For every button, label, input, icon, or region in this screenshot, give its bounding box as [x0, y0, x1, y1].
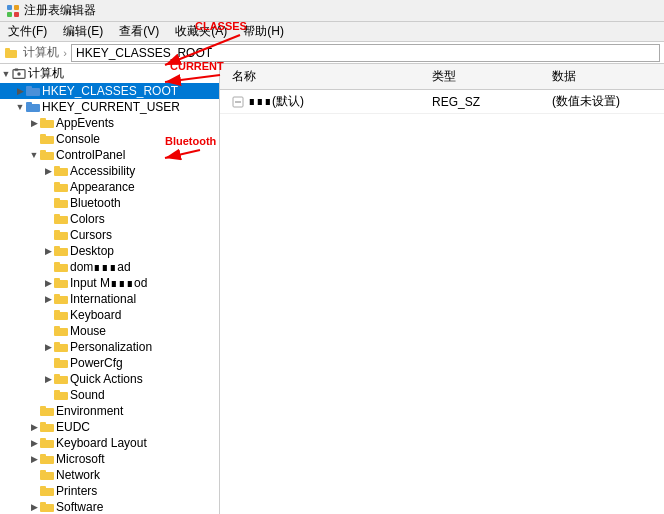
- folder-icon-printers: [40, 485, 54, 497]
- toggle-keyboardlayout[interactable]: [28, 437, 40, 449]
- toggle-desktop[interactable]: [42, 245, 54, 257]
- tree-item-personalization[interactable]: Personalization: [0, 339, 219, 355]
- svg-rect-43: [54, 360, 68, 368]
- tree-item-hkcu[interactable]: HKEY_CURRENT_USER: [0, 99, 219, 115]
- folder-icon-keyboard: [54, 309, 68, 321]
- tree-item-mouse[interactable]: Mouse: [0, 323, 219, 339]
- svg-rect-28: [54, 230, 60, 233]
- toggle-personalization[interactable]: [42, 341, 54, 353]
- tree-item-keyboardlayout[interactable]: Keyboard Layout: [0, 435, 219, 451]
- tree-item-colors[interactable]: Colors: [0, 211, 219, 227]
- tree-label-environment: Environment: [56, 404, 123, 418]
- folder-icon-keyboardlayout: [40, 437, 54, 449]
- toggle-microsoft[interactable]: [28, 453, 40, 465]
- toggle-appevents[interactable]: [28, 117, 40, 129]
- menu-file[interactable]: 文件(F): [0, 21, 55, 42]
- svg-rect-40: [54, 326, 60, 329]
- tree-item-eudc[interactable]: EUDC: [0, 419, 219, 435]
- tree-label-appevents: AppEvents: [56, 116, 114, 130]
- svg-rect-16: [40, 134, 46, 137]
- tree-item-bluetooth[interactable]: Bluetooth: [0, 195, 219, 211]
- tree-item-network[interactable]: Network: [0, 467, 219, 483]
- tree-item-inputmethod[interactable]: Input M∎∎∎od: [0, 275, 219, 291]
- svg-rect-51: [40, 424, 54, 432]
- toggle-software[interactable]: [28, 501, 40, 513]
- tree-label-accessibility: Accessibility: [70, 164, 135, 178]
- tree-item-accessibility[interactable]: Accessibility: [0, 163, 219, 179]
- toggle-quickactions[interactable]: [42, 373, 54, 385]
- tree-label-download: dom∎∎∎ad: [70, 260, 131, 274]
- svg-rect-39: [54, 328, 68, 336]
- svg-rect-55: [40, 456, 54, 464]
- tree-item-powercfg[interactable]: PowerCfg: [0, 355, 219, 371]
- tree-item-printers[interactable]: Printers: [0, 483, 219, 499]
- svg-rect-23: [54, 200, 68, 208]
- tree-label-controlpanel: ControlPanel: [56, 148, 125, 162]
- menu-view[interactable]: 查看(V): [111, 21, 167, 42]
- toggle-accessibility[interactable]: [42, 165, 54, 177]
- toggle-controlpanel[interactable]: [28, 149, 40, 161]
- svg-rect-49: [40, 408, 54, 416]
- tree-item-cursors[interactable]: Cursors: [0, 227, 219, 243]
- tree-item-appearance[interactable]: Appearance: [0, 179, 219, 195]
- svg-rect-1: [14, 5, 19, 10]
- tree-item-sound[interactable]: Sound: [0, 387, 219, 403]
- svg-rect-56: [40, 454, 46, 457]
- tree-item-quickactions[interactable]: Quick Actions: [0, 371, 219, 387]
- folder-icon-inputmethod: [54, 277, 68, 289]
- tree-item-console[interactable]: Console: [0, 131, 219, 147]
- tree-item-computer[interactable]: 计算机: [0, 64, 219, 83]
- tree-item-controlpanel[interactable]: ControlPanel: [0, 147, 219, 163]
- svg-rect-2: [7, 12, 12, 17]
- menu-edit[interactable]: 编辑(E): [55, 21, 111, 42]
- folder-icon-cursors: [54, 229, 68, 241]
- svg-rect-32: [54, 262, 60, 265]
- address-path[interactable]: HKEY_CLASSES_ROOT: [71, 44, 660, 62]
- svg-rect-10: [26, 86, 32, 89]
- menu-help[interactable]: 帮助(H): [235, 21, 292, 42]
- col-header-data: 数据: [544, 66, 660, 87]
- folder-icon-environment: [40, 405, 54, 417]
- tree-pane: 计算机 HKEY_CLASSES_ROOT HKEY_CURRENT_USER …: [0, 64, 220, 514]
- svg-rect-14: [40, 118, 46, 121]
- svg-rect-12: [26, 102, 32, 105]
- menu-favorites[interactable]: 收藏夹(A): [167, 21, 235, 42]
- svg-rect-34: [54, 278, 60, 281]
- tree-label-eudc: EUDC: [56, 420, 90, 434]
- tree-item-keyboard[interactable]: Keyboard: [0, 307, 219, 323]
- menu-bar: 文件(F) 编辑(E) 查看(V) 收藏夹(A) 帮助(H): [0, 22, 664, 42]
- toggle-hkcu[interactable]: [14, 101, 26, 113]
- svg-rect-57: [40, 472, 54, 480]
- folder-icon-console: [40, 133, 54, 145]
- toggle-computer[interactable]: [0, 68, 12, 80]
- tree-label-appearance: Appearance: [70, 180, 135, 194]
- tree-item-environment[interactable]: Environment: [0, 403, 219, 419]
- tree-item-software[interactable]: Software: [0, 499, 219, 514]
- toggle-eudc[interactable]: [28, 421, 40, 433]
- content-row-0[interactable]: ∎∎∎(默认)REG_SZ(数值未设置): [220, 90, 664, 114]
- svg-rect-35: [54, 296, 68, 304]
- toggle-inputmethod[interactable]: [42, 277, 54, 289]
- tree-label-bluetooth: Bluetooth: [70, 196, 121, 210]
- svg-rect-33: [54, 280, 68, 288]
- tree-item-download[interactable]: dom∎∎∎ad: [0, 259, 219, 275]
- cell-data-0: (数值未设置): [544, 92, 660, 111]
- tree-label-inputmethod: Input M∎∎∎od: [70, 276, 147, 290]
- svg-rect-45: [54, 376, 68, 384]
- tree-item-microsoft[interactable]: Microsoft: [0, 451, 219, 467]
- main-layout: 计算机 HKEY_CLASSES_ROOT HKEY_CURRENT_USER …: [0, 64, 664, 514]
- svg-rect-0: [7, 5, 12, 10]
- svg-rect-36: [54, 294, 60, 297]
- toggle-hkcr[interactable]: [14, 85, 26, 97]
- tree-label-desktop: Desktop: [70, 244, 114, 258]
- tree-item-appevents[interactable]: AppEvents: [0, 115, 219, 131]
- tree-item-hkcr[interactable]: HKEY_CLASSES_ROOT: [0, 83, 219, 99]
- tree-label-mouse: Mouse: [70, 324, 106, 338]
- tree-item-desktop[interactable]: Desktop: [0, 243, 219, 259]
- folder-icon-desktop: [54, 245, 68, 257]
- tree-label-printers: Printers: [56, 484, 97, 498]
- toggle-international[interactable]: [42, 293, 54, 305]
- tree-label-software: Software: [56, 500, 103, 514]
- tree-label-cursors: Cursors: [70, 228, 112, 242]
- tree-item-international[interactable]: International: [0, 291, 219, 307]
